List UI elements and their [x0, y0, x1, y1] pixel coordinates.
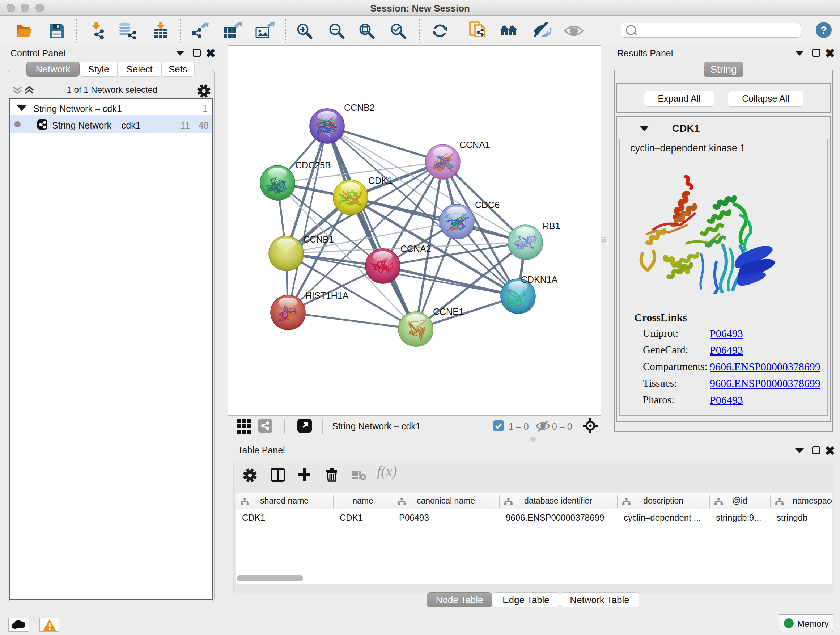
- svg-text:CDC6: CDC6: [475, 200, 500, 210]
- svg-text:CCNA1: CCNA1: [459, 140, 490, 150]
- svg-text:RB1: RB1: [543, 221, 561, 231]
- svg-text:HIST1H1A: HIST1H1A: [305, 290, 349, 301]
- svg-text:CCNB2: CCNB2: [344, 103, 375, 112]
- svg-text:CDKN1A: CDKN1A: [521, 274, 558, 285]
- svg-text:CCNA2: CCNA2: [401, 244, 431, 254]
- svg-text:CDK1: CDK1: [368, 176, 393, 186]
- svg-text:CCNB1: CCNB1: [303, 234, 334, 244]
- svg-text:CDC25B: CDC25B: [295, 160, 331, 170]
- svg-text:?: ?: [821, 24, 827, 36]
- svg-text:CCNE1: CCNE1: [433, 307, 464, 317]
